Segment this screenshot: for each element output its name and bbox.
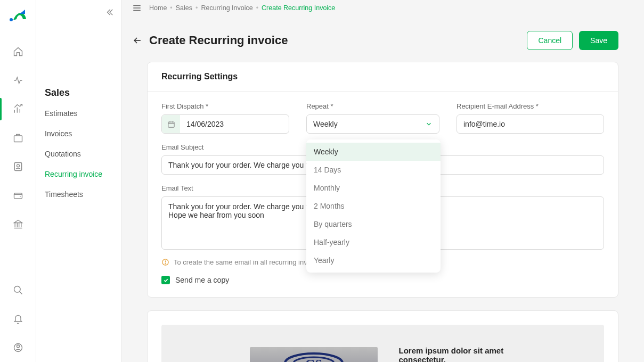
svg-rect-4 (14, 193, 22, 199)
repeat-dropdown: Weekly 14 Days Monthly 2 Months By quart… (306, 139, 441, 273)
svg-point-5 (14, 286, 20, 293)
repeat-selected-value: Weekly (313, 120, 338, 128)
svg-rect-1 (14, 136, 22, 142)
nav-bank-icon[interactable] (7, 213, 29, 235)
preview-card: GS Lorem ipsum dolor sit amet consectetu… (147, 310, 618, 362)
repeat-option-weekly[interactable]: Weekly (306, 143, 441, 161)
page-title: Create Recurring invoice (149, 34, 288, 47)
cancel-button[interactable]: Cancel (527, 31, 573, 50)
menu-icon[interactable] (132, 3, 142, 13)
nav-activity-icon[interactable] (7, 69, 29, 92)
nav-user-icon[interactable] (7, 336, 29, 359)
warning-icon (161, 258, 169, 266)
collapse-sidebar-icon[interactable] (105, 7, 115, 17)
first-dispatch-value: 14/06/2023 (180, 120, 230, 128)
nav-wallet-icon[interactable] (7, 184, 29, 207)
app-logo (9, 6, 28, 26)
repeat-option-2months[interactable]: 2 Months (306, 197, 441, 215)
hint-text: To create the same email in all recurrin… (174, 258, 320, 266)
svg-point-0 (10, 18, 13, 21)
svg-rect-8 (168, 122, 174, 127)
calendar-icon (162, 115, 180, 133)
repeat-option-quarters[interactable]: By quarters (306, 215, 441, 233)
chevron-down-icon (425, 120, 433, 128)
repeat-option-yearly[interactable]: Yearly (306, 251, 441, 269)
svg-point-3 (17, 164, 19, 167)
repeat-select[interactable]: Weekly (306, 114, 439, 134)
sidebar-item-invoices[interactable]: Invoices (36, 125, 121, 142)
save-button[interactable]: Save (579, 31, 618, 50)
breadcrumb-recurring[interactable]: Recurring Invoice (201, 4, 252, 12)
nav-search-icon[interactable] (7, 279, 29, 301)
nav-home-icon[interactable] (7, 40, 29, 63)
repeat-option-14days[interactable]: 14 Days (306, 161, 441, 179)
first-dispatch-label: First Dispatch * (161, 102, 289, 110)
nav-contacts-icon[interactable] (7, 155, 29, 178)
sidebar-item-quotations[interactable]: Quotations (36, 145, 121, 162)
sidebar-item-estimates[interactable]: Estimates (36, 105, 121, 122)
sidebar-item-recurring-invoice[interactable]: Recurring invoice (36, 166, 121, 183)
send-copy-checkbox[interactable] (161, 276, 170, 284)
breadcrumb-current: Create Recurring Invoice (262, 4, 335, 12)
preview-company-name: Lorem ipsum dolor sit amet consectetur. (399, 346, 516, 362)
recipient-email-input[interactable] (456, 114, 604, 134)
recurring-settings-card: Recurring Settings First Dispatch * 14/0… (147, 62, 618, 298)
repeat-option-monthly[interactable]: Monthly (306, 179, 441, 197)
sidebar: Sales Estimates Invoices Quotations Recu… (36, 0, 121, 362)
svg-point-7 (17, 345, 19, 348)
card-header: Recurring Settings (148, 62, 618, 92)
back-arrow-icon[interactable] (132, 35, 143, 46)
svg-text:GS: GS (305, 357, 322, 363)
sidebar-item-timesheets[interactable]: Timesheets (36, 186, 121, 203)
first-dispatch-input[interactable]: 14/06/2023 (161, 114, 289, 134)
nav-analytics-icon[interactable] (7, 98, 29, 120)
send-copy-label: Send me a copy (175, 276, 229, 284)
sidebar-section-title: Sales (36, 7, 121, 105)
recipient-email-label: Recipient E-mail Address * (456, 102, 604, 110)
svg-point-10 (165, 264, 166, 264)
repeat-option-halfyear[interactable]: Half-yearly (306, 233, 441, 251)
nav-bell-icon[interactable] (7, 308, 29, 330)
svg-rect-2 (14, 163, 21, 171)
breadcrumb-home[interactable]: Home (149, 4, 167, 12)
company-logo-image: GS (250, 347, 378, 363)
nav-package-icon[interactable] (7, 127, 29, 149)
main-content: Home • Sales • Recurring Invoice • Creat… (121, 0, 644, 362)
breadcrumb-sales[interactable]: Sales (176, 4, 192, 12)
nav-rail (0, 0, 36, 362)
repeat-label: Repeat * (306, 102, 439, 110)
